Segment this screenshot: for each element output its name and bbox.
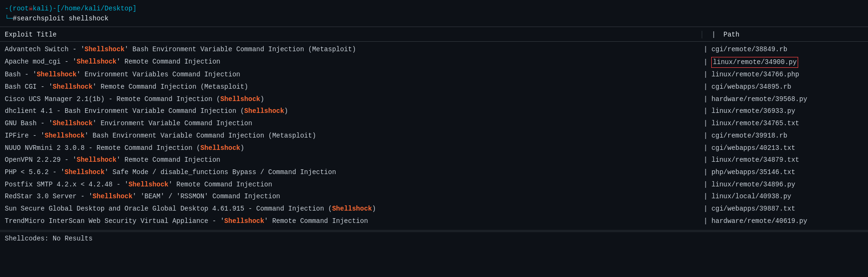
result-path-cell: | linux/remote/34900.py — [702, 57, 863, 68]
result-path-cell: | hardware/remote/40619.py — [702, 216, 863, 227]
result-path: linux/remote/34879.txt — [711, 155, 799, 166]
title-suffix: ' Remote Command Injection (Metasploit) — [93, 83, 248, 91]
title-prefix: Apache mod_cgi - ' — [5, 58, 76, 65]
path-header-label: Path — [724, 31, 740, 38]
prompt-path: /home/kali/Desktop — [61, 4, 133, 14]
title-prefix: Bash CGI - ' — [5, 83, 53, 91]
title-suffix: ' Remote Command Injection — [264, 217, 368, 225]
result-title: Advantech Switch - 'Shellshock' Bash Env… — [5, 45, 702, 55]
shellshock-keyword: Shellshock — [85, 46, 124, 53]
title-prefix: GNU Bash - ' — [5, 120, 53, 127]
result-path: linux/remote/34765.txt — [711, 119, 799, 129]
shellshock-keyword: Shellshock — [93, 193, 133, 200]
prompt-open-paren: -( — [5, 4, 13, 14]
result-title: RedStar 3.0 Server - 'Shellshock' 'BEAM'… — [5, 192, 702, 202]
row-pipe: | — [704, 192, 707, 202]
result-title: Apache mod_cgi - 'Shellshock' Remote Com… — [5, 57, 702, 68]
prompt-path-close: ] — [133, 4, 136, 14]
row-pipe: | — [704, 204, 707, 214]
shellshock-keyword: Shellshock — [65, 168, 105, 176]
title-prefix: TrendMicro InterScan Web Security Virtua… — [5, 217, 224, 225]
bottom-divider — [0, 230, 868, 231]
result-path-cell: | linux/remote/34766.php — [702, 70, 863, 80]
result-path: linux/remote/34896.py — [711, 180, 795, 190]
prompt-line1: -(root☠kali)-[/home/kali/Desktop] — [5, 4, 863, 14]
table-row: Postfix SMTP 4.2.x < 4.2.48 - 'Shellshoc… — [0, 179, 868, 191]
result-title: Bash - 'Shellshock' Environment Variable… — [5, 70, 702, 80]
table-row: GNU Bash - 'Shellshock' Environment Vari… — [0, 118, 868, 130]
result-path: cgi/webapps/39887.txt — [711, 204, 795, 214]
prompt-kali: kali — [33, 4, 49, 14]
footer-section: Shellcodes: No Results — [0, 231, 868, 245]
shellshock-keyword: Shellshock — [45, 132, 85, 139]
table-row: NUUO NVRmini 2 3.0.8 - Remote Command In… — [0, 142, 868, 155]
prompt-command: searchsploit shellshock — [17, 14, 108, 24]
title-prefix: OpenVPN 2.2.29 - ' — [5, 156, 76, 164]
result-title: OpenVPN 2.2.29 - 'Shellshock' Remote Com… — [5, 155, 702, 166]
row-pipe: | — [704, 180, 707, 190]
row-pipe: | — [704, 94, 707, 105]
col-title-header: Exploit Title — [5, 31, 702, 38]
table-row: dhclient 4.1 - Bash Environment Variable… — [0, 105, 868, 118]
table-row: TrendMicro InterScan Web Security Virtua… — [0, 215, 868, 228]
table-row: OpenVPN 2.2.29 - 'Shellshock' Remote Com… — [0, 154, 868, 166]
title-prefix: Cisco UCS Manager 2.1(1b) - Remote Comma… — [5, 95, 220, 103]
result-title: Bash CGI - 'Shellshock' Remote Command I… — [5, 82, 702, 92]
table-row: Cisco UCS Manager 2.1(1b) - Remote Comma… — [0, 93, 868, 106]
result-path-cell: | linux/local/40938.py — [702, 192, 863, 202]
result-path: linux/remote/34766.php — [711, 70, 799, 80]
result-title: IPFire - 'Shellshock' Bash Environment V… — [5, 131, 702, 141]
shellshock-keyword: Shellshock — [244, 107, 284, 115]
result-path-cell: | hardware/remote/39568.py — [702, 94, 863, 105]
table-row: Bash - 'Shellshock' Environment Variable… — [0, 69, 868, 81]
result-path-cell: | linux/remote/34896.py — [702, 180, 863, 190]
title-suffix: ' 'BEAM' / 'RSSMON' Command Injection — [133, 193, 280, 200]
shellshock-keyword: Shellshock — [37, 71, 76, 78]
title-prefix: NUUO NVRmini 2 3.0.8 - Remote Command In… — [5, 144, 200, 152]
table-row: IPFire - 'Shellshock' Bash Environment V… — [0, 130, 868, 142]
row-pipe: | — [704, 131, 707, 141]
table-row: Advantech Switch - 'Shellshock' Bash Env… — [0, 44, 868, 56]
shellshock-keyword: Shellshock — [128, 181, 168, 188]
title-prefix: IPFire - ' — [5, 132, 45, 139]
shellshock-keyword: Shellshock — [53, 83, 93, 91]
terminal-window: -(root☠kali)-[/home/kali/Desktop] └─# se… — [0, 0, 868, 245]
result-path: cgi/remote/38849.rb — [711, 45, 787, 55]
results-table: Advantech Switch - 'Shellshock' Bash Env… — [0, 42, 868, 229]
shellshock-keyword: Shellshock — [53, 120, 93, 127]
title-suffix: ) — [372, 205, 376, 212]
shellshock-keyword: Shellshock — [76, 58, 116, 65]
title-suffix: ' Environment Variables Command Injectio… — [76, 71, 240, 78]
result-path: php/webapps/35146.txt — [711, 167, 795, 178]
title-suffix: ' Bash Environment Variable Command Inje… — [124, 46, 356, 53]
result-title: Sun Secure Global Desktop and Oracle Glo… — [5, 204, 702, 214]
result-title: TrendMicro InterScan Web Security Virtua… — [5, 216, 702, 227]
header-pipe: | — [712, 31, 715, 38]
result-path-cell: | cgi/webapps/39887.txt — [702, 204, 863, 214]
table-row: Sun Secure Global Desktop and Oracle Glo… — [0, 203, 868, 215]
highlighted-path: linux/remote/34900.py — [711, 57, 798, 68]
result-path-cell: | cgi/remote/39918.rb — [702, 131, 863, 141]
result-path-cell: | cgi/webapps/40213.txt — [702, 143, 863, 154]
title-prefix: Advantech Switch - ' — [5, 46, 85, 53]
title-prefix: Sun Secure Global Desktop and Oracle Glo… — [5, 205, 332, 212]
title-suffix: ) — [240, 144, 244, 152]
result-path: linux/remote/36933.py — [711, 106, 795, 117]
result-path-cell: | cgi/webapps/34895.rb — [702, 82, 863, 92]
result-title: Cisco UCS Manager 2.1(1b) - Remote Comma… — [5, 94, 702, 105]
shellshock-keyword: Shellshock — [332, 205, 372, 212]
result-path-cell: | linux/remote/34879.txt — [702, 155, 863, 166]
top-divider — [0, 27, 868, 27]
table-row: PHP < 5.6.2 - 'Shellshock' Safe Mode / d… — [0, 166, 868, 179]
result-path: cgi/webapps/40213.txt — [711, 143, 795, 154]
prompt-line2: └─# searchsploit shellshock — [5, 14, 863, 24]
table-row: RedStar 3.0 Server - 'Shellshock' 'BEAM'… — [0, 191, 868, 203]
shellcodes-label: Shellcodes: No Results — [5, 235, 93, 242]
result-path: cgi/remote/39918.rb — [711, 131, 787, 141]
prompt-user: root — [13, 4, 29, 14]
prompt-section: -(root☠kali)-[/home/kali/Desktop] └─# se… — [0, 0, 868, 26]
row-pipe: | — [704, 155, 707, 166]
result-path: cgi/webapps/34895.rb — [711, 82, 791, 92]
title-prefix: dhclient 4.1 - Bash Environment Variable… — [5, 107, 244, 115]
title-suffix: ' Remote Command Injection — [116, 156, 220, 164]
